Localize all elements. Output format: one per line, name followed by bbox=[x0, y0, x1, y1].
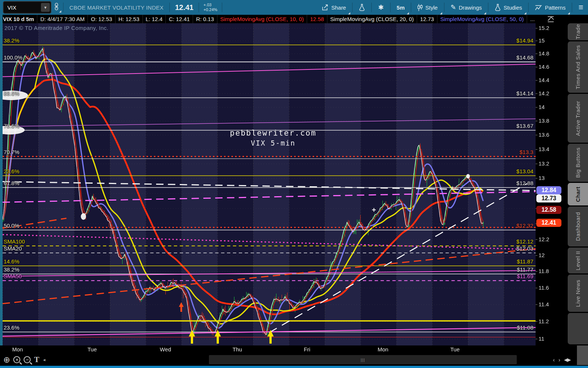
divider bbox=[528, 3, 529, 12]
time-axis[interactable]: MonTueWedThuFriMonTue bbox=[0, 345, 536, 354]
settings-button[interactable]: ✱ bbox=[373, 0, 388, 15]
divider bbox=[411, 3, 411, 12]
sidebar-tab-times-and-sales[interactable]: Times And Sales bbox=[568, 41, 588, 93]
symbol-dropdown[interactable]: VIX ▼ bbox=[3, 1, 51, 14]
drawings-button[interactable]: ✎ Drawings bbox=[446, 0, 487, 15]
patterns-label: Patterns bbox=[545, 4, 565, 11]
bar-range: R: 0.13 bbox=[193, 15, 217, 23]
flask-icon bbox=[359, 4, 365, 11]
collapse-toolbar-arrow[interactable]: ◂ bbox=[43, 357, 45, 362]
studies-button[interactable]: Studies bbox=[490, 0, 527, 15]
sidebar-tab-live-news[interactable]: Live News bbox=[568, 275, 588, 312]
chart-canvas[interactable] bbox=[3, 23, 536, 345]
time-axis-label: Wed bbox=[160, 346, 171, 352]
patterns-icon bbox=[535, 4, 542, 11]
divider bbox=[488, 3, 488, 12]
studies-label: Studies bbox=[503, 4, 522, 11]
scroll-right-arrow[interactable]: › bbox=[558, 357, 560, 363]
study-sma10-label[interactable]: SimpleMovingAvg (CLOSE, 10, 0) bbox=[217, 15, 307, 23]
text-note-tool[interactable]: T bbox=[34, 355, 39, 364]
timeframe-button[interactable]: 5m bbox=[392, 0, 410, 15]
pencil-icon: ✎ bbox=[451, 4, 456, 11]
pan-tool[interactable]: ⊕ bbox=[3, 356, 10, 364]
divider bbox=[572, 3, 572, 12]
top-toolbar: VIX ▼ CBOE MARKET VOLATILITY INDEX 12.41… bbox=[0, 0, 588, 15]
text-tool-icon: T bbox=[34, 355, 39, 364]
symbol-period: VIX 10 d 5m bbox=[0, 15, 37, 23]
chain-link-icon bbox=[54, 3, 59, 11]
sidebar-tab-level-ii[interactable]: Level II bbox=[568, 248, 588, 273]
chart-left-border bbox=[0, 15, 3, 366]
sidebar-tab-chart[interactable]: Chart bbox=[568, 183, 588, 205]
menu-button[interactable]: ≡ bbox=[574, 0, 588, 15]
dropdown-corner bbox=[407, 12, 409, 14]
analyze-button[interactable] bbox=[354, 0, 370, 15]
study-sma10-value: 12.58 bbox=[307, 15, 327, 23]
divider bbox=[199, 3, 199, 12]
price-axis[interactable] bbox=[536, 15, 565, 368]
divider bbox=[222, 3, 222, 12]
sidebar-tab-active-trader[interactable]: Active Trader bbox=[568, 94, 588, 143]
chart-status-bar: VIX 10 d 5m D: 4/4/17 7:30 AM O: 12.53 H… bbox=[0, 15, 536, 23]
zoom-in-icon: + bbox=[13, 356, 20, 363]
divider bbox=[444, 3, 444, 12]
link-symbol-button[interactable] bbox=[51, 2, 62, 13]
sidebar-tab-blank[interactable] bbox=[568, 313, 588, 344]
time-axis-label: Tue bbox=[87, 346, 97, 352]
scrollbar-corner[interactable] bbox=[577, 345, 588, 365]
bar-close: C: 12.41 bbox=[166, 15, 193, 23]
bar-high: H: 12.53 bbox=[116, 15, 143, 23]
scroll-arrow-group: ‹ › ◀▶ bbox=[553, 355, 571, 364]
scroll-left-arrow[interactable]: ‹ bbox=[553, 357, 555, 363]
share-button[interactable]: Share bbox=[317, 0, 351, 15]
time-axis-label: Mon bbox=[12, 346, 23, 352]
collapse-icon: ◂ bbox=[43, 357, 45, 362]
dropdown-corner bbox=[524, 12, 526, 14]
sidebar-tab-big-buttons[interactable]: Big Buttons bbox=[568, 144, 588, 182]
change-value: +.03 bbox=[203, 3, 217, 7]
time-axis-label: Thu bbox=[233, 346, 242, 352]
zoom-out-button[interactable]: − bbox=[24, 356, 31, 363]
sidebar-tab-trade[interactable]: Trade bbox=[568, 23, 588, 40]
divider bbox=[371, 3, 372, 12]
dropdown-corner bbox=[568, 12, 570, 14]
horizontal-scrollbar[interactable]: ||| bbox=[209, 355, 517, 364]
chevron-down-icon[interactable]: ▼ bbox=[41, 3, 50, 12]
patterns-button[interactable]: Patterns bbox=[530, 0, 570, 15]
sidebar-tab-label: Dashboard bbox=[575, 212, 581, 241]
sidebar-tab-label: Times And Sales bbox=[575, 45, 581, 89]
symbol-value: VIX bbox=[7, 4, 41, 11]
style-button[interactable]: Style bbox=[413, 0, 442, 15]
chart-mode-icon[interactable] bbox=[547, 15, 555, 24]
study-sma20-label[interactable]: SimpleMovingAvg (CLOSE, 20, 0) bbox=[327, 15, 417, 23]
sidebar-tab-label: Big Buttons bbox=[575, 147, 581, 178]
zoom-out-icon: − bbox=[24, 356, 31, 363]
dropdown-corner bbox=[348, 12, 350, 14]
dropdown-corner bbox=[440, 12, 442, 14]
last-price: 12.41 bbox=[171, 3, 197, 12]
share-label: Share bbox=[331, 4, 346, 11]
gadget-sidebar: TradeTimes And SalesActive TraderBig But… bbox=[565, 15, 588, 368]
window-bottom-edge bbox=[0, 366, 588, 368]
flask-icon bbox=[495, 4, 501, 11]
study-sma50-label[interactable]: SimpleMovingAvg (CLOSE, 50, 0) bbox=[437, 15, 527, 23]
time-axis-label: Mon bbox=[378, 346, 388, 352]
sidebar-tab-dashboard[interactable]: Dashboard bbox=[568, 207, 588, 246]
style-label: Style bbox=[425, 4, 437, 11]
time-axis-label: Fri bbox=[304, 346, 310, 352]
gear-icon: ✱ bbox=[378, 4, 384, 11]
scroll-ends-icon[interactable]: ◀▶ bbox=[564, 357, 571, 362]
study-sma20-value: 12.73 bbox=[417, 15, 437, 23]
candlestick-icon bbox=[417, 4, 423, 11]
timeframe-label: 5m bbox=[397, 4, 405, 11]
bar-open: O: 12.53 bbox=[88, 15, 116, 23]
bar-datetime: D: 4/4/17 7:30 AM bbox=[37, 15, 88, 23]
price-change: +.03 +0.24% bbox=[200, 3, 220, 12]
symbol-description: CBOE MARKET VOLATILITY INDEX bbox=[65, 4, 168, 11]
zoom-in-button[interactable]: + bbox=[13, 356, 20, 363]
divider bbox=[352, 3, 353, 12]
thinkorswim-chart-window: VIX ▼ CBOE MARKET VOLATILITY INDEX 12.41… bbox=[0, 0, 588, 368]
sidebar-tab-label: Level II bbox=[575, 251, 581, 270]
divider bbox=[169, 3, 170, 12]
drawings-label: Drawings bbox=[459, 4, 482, 11]
